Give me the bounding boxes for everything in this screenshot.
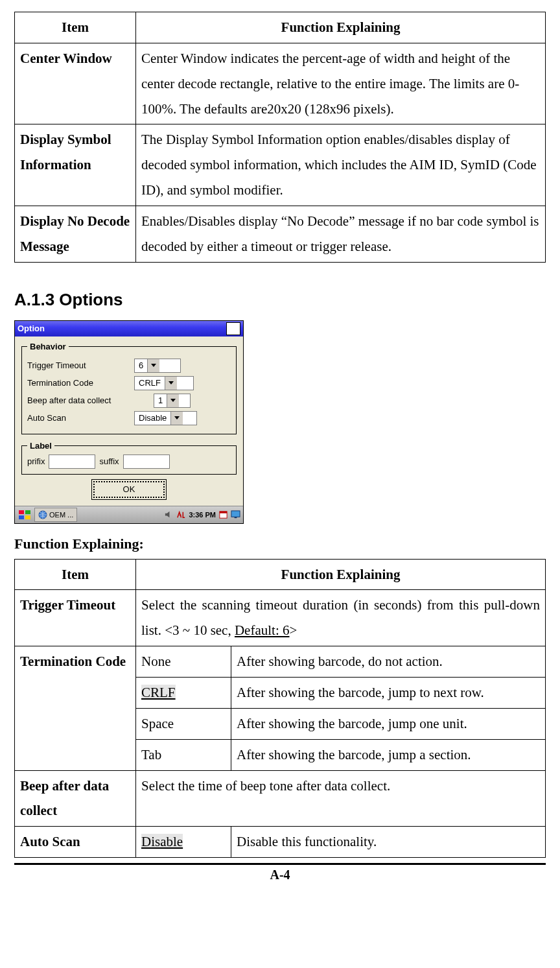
table-row: Center Window Center Window indicates th… [15, 43, 546, 124]
volume-icon[interactable] [164, 510, 174, 519]
desktop-icon[interactable] [231, 510, 240, 519]
auto-desc: Disable this functionality. [231, 827, 546, 858]
item-label: Trigger Timeout [15, 590, 136, 646]
window-title: Option [18, 324, 45, 333]
term-code: None [136, 646, 231, 678]
auto-scan-label: Auto Scan [27, 413, 134, 423]
termination-code-value: CRLF [135, 378, 165, 388]
prefix-input[interactable] [49, 454, 95, 469]
section-heading: A.1.3 Options [14, 290, 546, 310]
table1-header-item: Item [15, 12, 136, 43]
term-desc: After showing barcode, do not action. [231, 646, 546, 678]
svg-rect-2 [220, 512, 227, 514]
table-row: Auto Scan Disable Disable this functiona… [15, 827, 546, 858]
table-row: Trigger Timeout Select the scanning time… [15, 590, 546, 646]
beep-label: Beep after data collect [27, 395, 154, 405]
taskbar-task[interactable]: OEM ... [34, 508, 77, 522]
ok-button[interactable]: OK [93, 481, 165, 498]
svg-rect-3 [231, 511, 240, 517]
table2-header-item: Item [15, 559, 136, 590]
label-legend: Label [27, 441, 54, 451]
suffix-input[interactable] [123, 454, 170, 469]
svg-rect-4 [235, 517, 237, 518]
taskbar-time: 3:36 PM [189, 511, 216, 519]
termination-code-combo[interactable]: CRLF [134, 376, 194, 390]
beep-desc: Select the time of beep tone after data … [136, 770, 546, 827]
table-row: Termination Code None After showing barc… [15, 646, 546, 678]
table-function-explaining-2: Item Function Explaining Trigger Timeout… [14, 559, 546, 858]
taskbar: OEM ... 3:36 PM [15, 506, 243, 523]
network-icon[interactable] [176, 510, 186, 519]
table-row: Display Symbol Information The Display S… [15, 124, 546, 206]
system-tray: 3:36 PM [164, 510, 240, 519]
close-icon[interactable]: ✕ [226, 322, 240, 335]
trigger-timeout-label: Trigger Timeout [27, 360, 134, 370]
table2-header-func: Function Explaining [136, 559, 546, 590]
term-code: Tab [136, 739, 231, 770]
term-desc: After showing the barcode, jump to next … [231, 677, 546, 708]
item-text: Center Window indicates the percent-age … [136, 43, 546, 124]
taskbar-task-label: OEM ... [49, 511, 73, 519]
behavior-groupbox: Behavior Trigger Timeout 6 Termination C… [21, 342, 237, 434]
term-desc: After showing the barcode, jump a sectio… [231, 739, 546, 770]
table-row: Beep after data collect Select the time … [15, 770, 546, 827]
page-number: A-4 [14, 865, 546, 882]
item-label: Termination Code [15, 646, 136, 770]
option-dialog-screenshot: Option ✕ Behavior Trigger Timeout 6 Term… [14, 320, 244, 524]
auto-scan-value: Disable [135, 413, 170, 423]
chevron-down-icon[interactable] [167, 394, 179, 407]
trigger-timeout-combo[interactable]: 6 [134, 359, 181, 373]
item-label: Center Window [15, 43, 136, 124]
trigger-timeout-desc: Select the scanning timeout duration (in… [136, 590, 546, 646]
table-function-explaining-1: Item Function Explaining Center Window C… [14, 12, 546, 263]
item-label: Display No Decode Message [15, 206, 136, 262]
windows-icon [19, 510, 30, 519]
auto-scan-combo[interactable]: Disable [134, 411, 197, 425]
term-code: Space [136, 708, 231, 739]
chevron-down-icon[interactable] [170, 412, 183, 425]
table1-header-func: Function Explaining [136, 12, 546, 43]
calendar-icon[interactable] [218, 510, 228, 519]
item-text: Enables/Disables display “No Decode” mes… [136, 206, 546, 262]
table-row: Display No Decode Message Enables/Disabl… [15, 206, 546, 262]
trigger-timeout-value: 6 [135, 360, 147, 370]
item-label: Display Symbol Information [15, 124, 136, 206]
auto-code: Disable [136, 827, 231, 858]
function-explaining-subhead: Function Explaining: [14, 536, 546, 552]
chevron-down-icon[interactable] [165, 377, 177, 390]
label-groupbox: Label prifix suffix [21, 441, 237, 475]
term-desc: After showing the barcode, jump one unit… [231, 708, 546, 739]
titlebar: Option ✕ [15, 321, 243, 336]
start-button[interactable] [18, 508, 32, 521]
term-code: CRLF [136, 677, 231, 708]
globe-icon [38, 510, 47, 519]
chevron-down-icon[interactable] [147, 359, 159, 372]
suffix-label: suffix [99, 456, 119, 466]
termination-code-label: Termination Code [27, 378, 134, 388]
item-text: The Display Symbol Information option en… [136, 124, 546, 206]
beep-value: 1 [154, 395, 167, 405]
beep-combo[interactable]: 1 [154, 394, 191, 408]
behavior-legend: Behavior [27, 342, 69, 351]
prefix-label: prifix [27, 456, 45, 466]
item-label: Auto Scan [15, 827, 136, 858]
item-label: Beep after data collect [15, 770, 136, 827]
